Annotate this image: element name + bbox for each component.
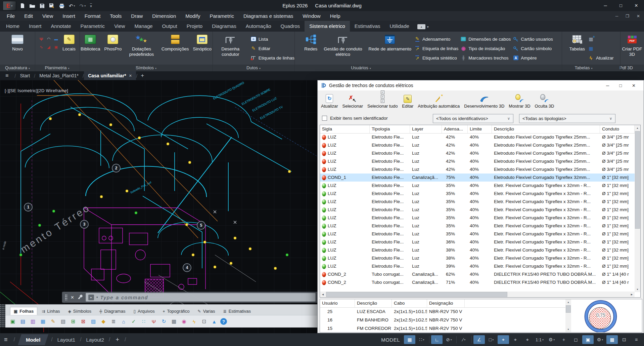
layout-tab-layout1[interactable]: Layout1 [55,337,77,343]
snap-mode-icon[interactable]: ∷▾ [416,335,427,344]
menu-modify[interactable]: Modify [181,11,205,21]
ribbon-tab-automa-o[interactable]: Automação [241,21,276,32]
menu-view[interactable]: View [38,11,58,21]
ribbon-button-locais[interactable]: ✎Locais [61,33,77,52]
ribbon-small-button-tipo-de-instala-o[interactable]: ◉Tipo de instalação [460,44,511,53]
menu-tools[interactable]: Tools [105,11,126,21]
palette-grip[interactable] [0,304,5,327]
menu-file[interactable]: File [2,11,19,21]
polar-tracking-icon[interactable]: ⊘▾ [443,335,455,344]
panel-label-planimetria[interactable]: Planimetria▾ [45,65,69,72]
add-scale-icon[interactable]: + [558,335,569,344]
ribbon-button-rede-de-aterramento[interactable]: Rede de aterramento [367,33,412,52]
ribbon-tab-projeto[interactable]: Projeto [182,21,208,32]
ribbon-display-toggle[interactable]: ▴▾ [417,24,429,29]
dialog-close-button[interactable]: ✕ [632,83,636,88]
red-slope-icon[interactable]: ◢ [45,43,52,51]
dots-icon[interactable]: ∷ [140,317,148,325]
ribbon-button-desenha-condutor[interactable]: Desenha condutor [213,33,248,57]
delete-icon[interactable]: ⊠ [79,317,87,325]
ribbon-small-button-etiqueta-de-linhas[interactable]: Etiqueta de linhas [250,53,294,62]
palette-tab-s-mbolos[interactable]: ◈Símbolos [64,307,95,315]
menu-help[interactable]: Help [325,11,345,21]
table-row[interactable]: LUZEletroduto Fle...Luz42%40%Eletroduto … [320,133,635,141]
minimize-button[interactable]: ─ [598,0,613,11]
ribbon-button-composi-es[interactable]: Composições [160,33,190,52]
dynamic-input-icon[interactable]: ⌖ [522,335,533,344]
panel-label-dutos[interactable]: Dutos▾ [246,65,261,72]
add-icon[interactable]: ⊞ [69,317,77,325]
palette-tab-arquivos[interactable]: ▯Arquivos [130,307,158,315]
ribbon-button-sin-ptico[interactable]: Sinóptico [192,33,213,52]
menu-format[interactable]: Format [80,11,105,21]
ribbon-button-tabelas[interactable]: Tabelas [568,33,586,52]
column-header-conduto[interactable]: Conduto [600,125,635,133]
bolt-icon[interactable]: ϟ [190,317,198,325]
isometric-drafting-icon[interactable]: ∕▾ [458,335,470,344]
open-button[interactable] [29,3,35,8]
table-row[interactable]: LUZEletroduto Fle...Luz38%40%Eletr. Flex… [320,246,635,254]
dialog-button-atualizar[interactable]: ↻Atualizar [321,92,338,109]
column-header-tipologia[interactable]: Tipologia [370,125,410,133]
edit-pencil-icon[interactable]: ✎ [49,317,57,325]
dialog-minimize-button[interactable]: ─ [606,83,609,88]
ribbon-tab-annotate[interactable]: Annotate [46,21,76,32]
table-row[interactable]: LUZEletroduto Fle...Luz35%40%Eletr. Flex… [320,182,635,190]
table-row[interactable]: COND_1Eletroduto Fle...Canalizaçã...75%4… [320,174,635,182]
panel-label-s-mbolos[interactable]: Símbolos▾ [136,65,156,72]
dialog-titlebar[interactable]: Gestão de trechos de condutos elétricos … [318,80,644,90]
app-logo-button[interactable]: E▾ [3,1,16,10]
dialog-button-atribui-o-autom-tica[interactable]: **Atribuição automática [418,92,460,109]
ribbon-small-button-etiqueta-sint-tico[interactable]: ↗Etiqueta sintético [414,53,458,62]
close-tab-icon[interactable]: ✕ [129,71,132,80]
ribbon-small-button-adensamento[interactable]: ✎Adensamento [414,35,458,43]
ribbon-small-button-lista[interactable]: ≣Lista [250,35,294,43]
column-header-adensa-[interactable]: Adensa... [442,125,468,133]
plot-button[interactable] [59,3,64,8]
dialog-button-selecionar-tudo[interactable]: ✓✓✓Selecionar tudo [367,92,398,109]
customize-wrench-icon[interactable] [77,295,83,300]
scroll-left-icon[interactable]: ◀ [320,292,326,297]
palette-tab-diagramas[interactable]: ╪Diagramas [96,307,129,315]
table-row[interactable]: LUZEletroduto Fle...Luz36%40%Eletr. Flex… [320,238,635,246]
ribbon-small-button[interactable]: ▦+ [588,35,614,43]
layout-menu-icon[interactable]: ≡ [4,336,8,343]
blue-pipe-icon[interactable]: ▬ [53,35,59,43]
typology-filter-select[interactable]: <Todas as tipologias>∨ [519,114,615,123]
table-row[interactable]: LUZEletroduto Fle...Luz39%40%Eletr. Flex… [320,262,635,270]
home-icon[interactable]: ⌂ [120,317,128,325]
status-menu-icon[interactable]: ≡ [631,335,642,344]
column-header-designa-o[interactable]: Designação [427,299,465,307]
recent-commands-icon[interactable]: ▾ [96,296,98,299]
ribbon-small-button[interactable]: ▦ [588,44,614,53]
ribbon-tab-quadros[interactable]: Quadros [276,21,305,32]
red-rect-icon[interactable]: ▣ [53,43,59,51]
ribbon-tab-parametric[interactable]: Parametric [76,21,110,32]
scroll-down-icon[interactable]: ▼ [635,286,640,292]
settings-gear-icon[interactable]: ⚙▾ [546,335,557,344]
ribbon-button-novo[interactable]: Novo [10,33,25,52]
clean-screen-icon[interactable]: ⊡ [618,335,630,344]
users-row[interactable]: 25LUZ ESCADA2x(1x1.5)+1G1.5NBR-R2V 750 V [320,307,565,316]
ribbon-small-button-editar[interactable]: ✎Editar [250,44,294,53]
command-close-icon[interactable]: ✕ [71,295,74,300]
new-drawing-button[interactable]: + [141,72,144,79]
check-icon[interactable]: ✓ [130,317,138,325]
antenna-icon[interactable]: Ψ [150,317,158,325]
red-zigzag-icon[interactable]: ∿ [38,43,45,51]
menu-dimension[interactable]: Dimension [147,11,181,21]
sheet-new-icon[interactable]: ▣ [9,317,17,325]
table-row[interactable]: COND_2Tubo corrugat...Canalizaçã...71%40… [320,278,635,286]
drawing-tab-metal-jas-plan01-[interactable]: Metal Jas_Plan01* [35,71,83,80]
box-icon[interactable]: ⊡ [200,317,208,325]
target-icon[interactable]: ◉ [180,317,188,325]
panel-label-pdf-3d[interactable]: Pdf 3D [619,65,633,71]
menu-insert[interactable]: Insert [58,11,80,21]
column-header-descri-o[interactable]: Descrição [492,125,600,133]
ribbon-small-button-etiqueta-de-linhas[interactable]: ↗Etiqueta de linhas [414,44,458,53]
diamond-icon[interactable]: ◆ [99,317,107,325]
layout-tab-model[interactable]: Model [18,334,48,345]
ribbon-button-biblioteca[interactable]: ▦Biblioteca [80,33,101,52]
drawing-tab-casa-unifamiliar-[interactable]: Casa unifamiliar*✕ [84,71,136,80]
table-icon[interactable]: ▦ [39,317,47,325]
